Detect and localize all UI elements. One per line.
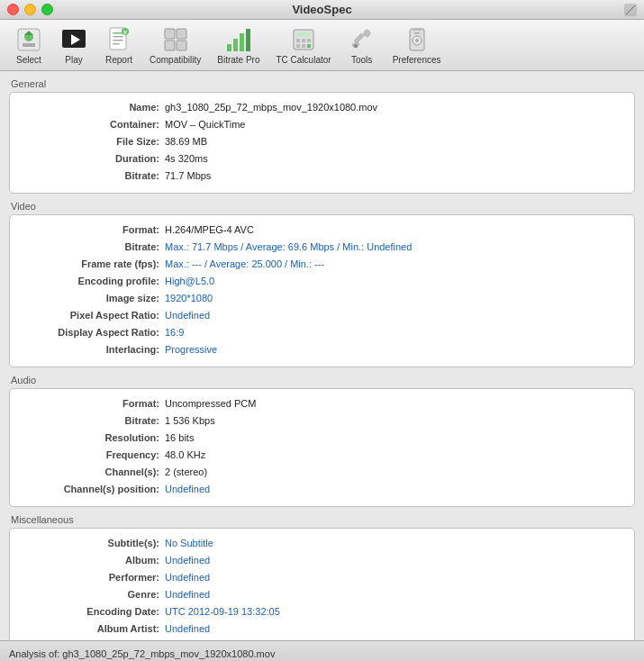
audio-header: Audio xyxy=(9,375,635,385)
maximize-button[interactable] xyxy=(41,4,53,15)
toolbar-play[interactable]: Play xyxy=(52,23,95,67)
label-frequency: Frequency: xyxy=(21,448,165,463)
toolbar-compatibility[interactable]: Compatibility xyxy=(142,23,208,67)
toolbar-tools[interactable]: Tools xyxy=(340,23,384,67)
svg-rect-11 xyxy=(113,40,123,41)
report-icon: R xyxy=(104,25,133,54)
toolbar-preferences[interactable]: Preferences xyxy=(385,23,449,67)
svg-rect-26 xyxy=(302,39,305,42)
label-name: Name: xyxy=(21,100,165,115)
svg-rect-33 xyxy=(413,28,422,31)
value-genre: Undefined xyxy=(165,587,210,602)
svg-rect-24 xyxy=(296,32,311,37)
svg-rect-36 xyxy=(414,32,420,34)
audio-section: Audio Format: Uncompressed PCM Bitrate: … xyxy=(9,375,635,507)
close-button[interactable] xyxy=(7,4,19,15)
svg-rect-15 xyxy=(165,29,175,39)
value-encoding-date: UTC 2012-09-19 13:32:05 xyxy=(165,604,280,620)
label-album-artist: Album Artist: xyxy=(21,621,165,637)
label-performer: Performer: xyxy=(21,570,165,585)
table-row: Container: MOV – QuickTime xyxy=(21,117,623,132)
label-encoding-profile: Encoding profile: xyxy=(21,274,165,289)
label-duration: Duration: xyxy=(21,151,165,167)
value-resolution: 16 bits xyxy=(165,430,194,446)
svg-rect-12 xyxy=(113,43,120,45)
value-image-size: 1920*1080 xyxy=(165,291,213,306)
svg-rect-25 xyxy=(296,39,300,42)
svg-rect-28 xyxy=(296,44,300,48)
value-framerate: Max.: --- / Average: 25.000 / Min.: --- xyxy=(165,257,324,272)
label-album: Album: xyxy=(21,553,165,568)
label-channels: Channel(s): xyxy=(21,465,165,480)
play-label: Play xyxy=(65,55,82,65)
label-framerate: Frame rate (fps): xyxy=(21,257,165,272)
svg-rect-18 xyxy=(177,41,186,50)
value-performer: Undefined xyxy=(165,570,210,585)
value-frequency: 48.0 KHz xyxy=(165,448,205,463)
table-row: Album Artist: Undefined xyxy=(21,621,623,637)
value-encoding-profile: High@L5.0 xyxy=(165,274,214,289)
value-audio-bitrate: 1 536 Kbps xyxy=(165,413,215,429)
svg-rect-4 xyxy=(23,43,35,47)
table-row: Format: Uncompressed PCM xyxy=(21,396,623,412)
value-pixel-ar: Undefined xyxy=(165,308,210,323)
table-row: Frame rate (fps): Max.: --- / Average: 2… xyxy=(21,257,623,272)
label-format: Format: xyxy=(21,222,165,238)
general-section: General Name: gh3_1080_25p_72_mbps_mov_1… xyxy=(9,78,635,194)
resize-icon[interactable] xyxy=(624,4,637,16)
svg-rect-20 xyxy=(233,39,238,51)
svg-rect-17 xyxy=(165,41,175,50)
tools-label: Tools xyxy=(351,55,372,65)
table-row: Name: gh3_1080_25p_72_mbps_mov_1920x1080… xyxy=(21,100,623,115)
svg-point-31 xyxy=(354,44,358,48)
audio-body: Format: Uncompressed PCM Bitrate: 1 536 … xyxy=(9,388,635,507)
label-resolution: Resolution: xyxy=(21,430,165,446)
toolbar-report[interactable]: R Report xyxy=(97,23,141,67)
svg-rect-29 xyxy=(302,44,305,48)
tools-icon xyxy=(348,25,376,54)
value-audio-format: Uncompressed PCM xyxy=(165,396,256,412)
label-encoding-date: Encoding Date: xyxy=(21,604,165,620)
label-pixel-ar: Pixel Aspect Ratio: xyxy=(21,308,165,323)
status-bar: Analysis of: gh3_1080_25p_72_mbps_mov_19… xyxy=(0,640,644,661)
select-label: Select xyxy=(16,55,41,65)
label-container: Container: xyxy=(21,117,165,132)
label-interlacing: Interlacing: xyxy=(21,342,165,358)
svg-rect-30 xyxy=(307,44,311,48)
table-row: Bitrate: 71.7 Mbps xyxy=(21,168,623,184)
main-content: General Name: gh3_1080_25p_72_mbps_mov_1… xyxy=(0,71,644,640)
label-filesize: File Size: xyxy=(21,134,165,149)
video-header: Video xyxy=(9,201,635,212)
label-channels-position: Channel(s) position: xyxy=(21,482,165,497)
toolbar-select[interactable]: Select xyxy=(7,23,50,67)
title-bar: VideoSpec xyxy=(0,0,644,20)
status-text: Analysis of: gh3_1080_25p_72_mbps_mov_19… xyxy=(9,648,275,659)
preferences-icon xyxy=(403,25,431,54)
misc-body: Subtitle(s): No Subtitle Album: Undefine… xyxy=(9,528,635,640)
value-display-ar: 16:9 xyxy=(165,325,184,340)
value-filesize: 38.69 MB xyxy=(165,134,207,149)
report-label: Report xyxy=(105,55,132,65)
label-genre: Genre: xyxy=(21,587,165,602)
table-row: Performer: Undefined xyxy=(21,570,623,585)
table-row: Encoding profile: High@L5.0 xyxy=(21,274,623,289)
svg-text:R: R xyxy=(123,30,127,35)
table-row: File Size: 38.69 MB xyxy=(21,134,623,149)
table-row: Genre: Undefined xyxy=(21,587,623,602)
svg-rect-21 xyxy=(240,33,244,51)
tc-calculator-label: TC Calculator xyxy=(277,55,331,65)
compatibility-label: Compatibility xyxy=(150,55,201,65)
value-channels: 2 (stereo) xyxy=(165,465,207,480)
video-section: Video Format: H.264/MPEG-4 AVC Bitrate: … xyxy=(9,201,635,367)
table-row: Channel(s): 2 (stereo) xyxy=(21,465,623,480)
toolbar-bitrate-pro[interactable]: Bitrate Pro xyxy=(210,23,267,67)
table-row: Album: Undefined xyxy=(21,553,623,568)
bitrate-pro-icon xyxy=(224,25,253,54)
minimize-button[interactable] xyxy=(24,4,36,15)
toolbar-tc-calculator[interactable]: TC Calculator xyxy=(269,23,339,67)
general-body: Name: gh3_1080_25p_72_mbps_mov_1920x1080… xyxy=(9,92,635,194)
preferences-label: Preferences xyxy=(393,55,441,65)
table-row: Resolution: 16 bits xyxy=(21,430,623,446)
window-controls[interactable] xyxy=(7,4,53,15)
label-display-ar: Display Aspect Ratio: xyxy=(21,325,165,340)
